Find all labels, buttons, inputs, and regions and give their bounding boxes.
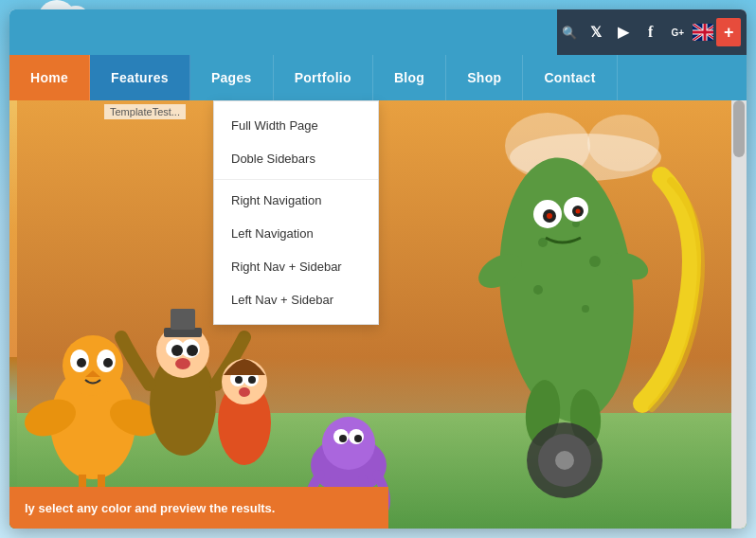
svg-point-29 [77, 358, 86, 368]
svg-point-10 [533, 285, 543, 295]
dropdown-doble-sidebars[interactable]: Doble Sidebars [214, 142, 378, 175]
google-plus-icon[interactable]: G+ [666, 18, 691, 46]
svg-point-42 [171, 345, 183, 356]
svg-point-24 [555, 451, 574, 470]
svg-point-17 [576, 209, 581, 214]
dropdown-left-navigation[interactable]: Left Navigation [214, 217, 378, 250]
nav-bar: Home Features Pages Portfolio Blog Shop … [9, 55, 747, 100]
dropdown-left-nav-sidebar[interactable]: Left Nav + Sidebar [214, 283, 378, 316]
nav-contact[interactable]: Contact [523, 55, 617, 100]
dropdown-separator-1 [214, 179, 378, 180]
facebook-icon[interactable]: f [639, 18, 663, 46]
nav-blog[interactable]: Blog [373, 55, 446, 100]
svg-point-53 [322, 417, 375, 470]
nav-pages[interactable]: Pages [190, 55, 274, 100]
hero-bottom-bar: ly select any color and preview the resu… [9, 487, 388, 529]
top-bar-right: 🔍 𝕏 ▶ f G+ + [557, 9, 747, 55]
scrollbar-thumb[interactable] [733, 100, 745, 157]
svg-rect-39 [171, 309, 195, 330]
top-bar: 🔍 𝕏 ▶ f G+ + [9, 9, 747, 55]
svg-point-30 [103, 358, 113, 368]
dropdown-full-width-page[interactable]: Full Width Page [214, 109, 378, 142]
template-label: TemplateTest... [104, 104, 186, 119]
svg-point-44 [175, 358, 190, 369]
svg-point-16 [547, 213, 552, 219]
nav-features[interactable]: Features [90, 55, 190, 100]
svg-point-9 [589, 256, 601, 267]
twitter-icon[interactable]: 𝕏 [585, 18, 609, 46]
scrollbar[interactable] [731, 100, 747, 529]
svg-point-43 [187, 345, 198, 356]
search-icon[interactable]: 🔍 [557, 18, 582, 46]
features-dropdown: Full Width Page Doble Sidebars Right Nav… [213, 100, 379, 325]
dropdown-right-nav-sidebar[interactable]: Right Nav + Sidebar [214, 250, 378, 283]
nav-shop[interactable]: Shop [446, 55, 523, 100]
svg-point-5 [587, 115, 659, 171]
svg-point-57 [354, 435, 362, 442]
hero-bottom-text: ly select any color and preview the resu… [25, 501, 275, 515]
nav-home[interactable]: Home [9, 55, 90, 100]
main-window: 🔍 𝕏 ▶ f G+ + Home Features Pages Portfol… [9, 9, 747, 529]
svg-point-56 [339, 435, 347, 442]
flag-icon[interactable] [693, 24, 713, 41]
nav-portfolio[interactable]: Portfolio [274, 55, 373, 100]
dropdown-right-navigation[interactable]: Right Navigation [214, 184, 378, 217]
top-bar-left [9, 9, 557, 55]
svg-point-11 [582, 305, 589, 313]
youtube-icon[interactable]: ▶ [611, 18, 636, 46]
svg-point-51 [239, 387, 250, 397]
plus-button[interactable]: + [716, 18, 741, 46]
svg-point-49 [235, 376, 243, 384]
svg-point-50 [248, 376, 256, 384]
